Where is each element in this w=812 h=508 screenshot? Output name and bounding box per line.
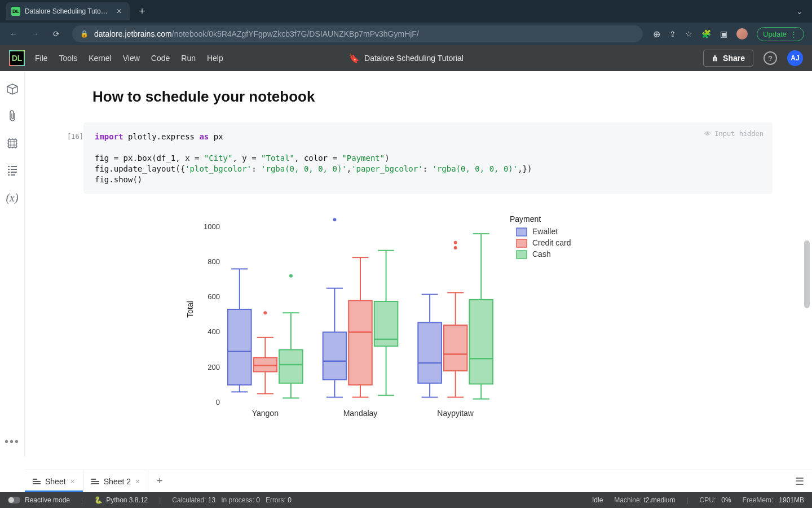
svg-text:0: 0: [216, 398, 220, 406]
sidepanel-icon[interactable]: ▣: [720, 29, 727, 38]
sheet-tab[interactable]: Sheet 2 ×: [83, 470, 148, 492]
menu-run[interactable]: Run: [181, 54, 196, 63]
forward-button[interactable]: →: [29, 28, 41, 40]
svg-text:Naypyitaw: Naypyitaw: [437, 409, 474, 418]
variables-icon[interactable]: (x): [6, 191, 19, 204]
datalore-logo[interactable]: DL: [9, 50, 25, 66]
menu-code[interactable]: Code: [151, 54, 170, 63]
scrollbar-thumb[interactable]: [804, 240, 810, 308]
sheet-tab[interactable]: Sheet ×: [25, 470, 83, 492]
menu-help[interactable]: Help: [207, 54, 223, 63]
lock-icon: 🔒: [80, 30, 89, 38]
svg-point-21: [263, 312, 267, 315]
attachments-icon[interactable]: [6, 110, 19, 123]
menu-tools[interactable]: Tools: [59, 54, 78, 63]
browser-tabstrip: DL Datalore Scheduling Tutorial (D ✕ + ⌄: [0, 0, 812, 23]
svg-rect-41: [348, 301, 372, 385]
status-machine[interactable]: Machine: t2.medium: [614, 496, 675, 504]
python-icon: 🐍: [94, 496, 103, 504]
notebook-title-area[interactable]: 🔖 Datalore Scheduling Tutorial: [348, 53, 464, 64]
svg-rect-68: [469, 300, 493, 384]
svg-text:Credit card: Credit card: [532, 238, 571, 247]
package-icon[interactable]: [6, 82, 19, 96]
scrollbar-track[interactable]: [804, 71, 810, 470]
address-bar[interactable]: 🔒 datalore.jetbrains.com/notebook/0k5R4A…: [72, 25, 643, 42]
cell-execution-count: [16]: [61, 122, 83, 194]
tabs-overflow-icon[interactable]: ⌄: [796, 7, 803, 16]
new-tab-button[interactable]: +: [135, 5, 149, 18]
share-button[interactable]: ⋔ Share: [703, 50, 753, 67]
status-cpu[interactable]: CPU: 0%: [700, 496, 731, 504]
tab-title: Datalore Scheduling Tutorial (D: [25, 7, 109, 15]
chrome-menu-icon[interactable]: ⋮: [790, 30, 798, 38]
svg-text:Mandalay: Mandalay: [343, 409, 378, 418]
svg-text:Cash: Cash: [532, 249, 551, 259]
rail-more-icon[interactable]: •••: [5, 435, 20, 448]
svg-rect-26: [279, 350, 303, 383]
notebook-title: Datalore Scheduling Tutorial: [364, 54, 464, 63]
sheet-tab-bar: Sheet × Sheet 2 × + ☰: [25, 470, 812, 492]
outline-icon[interactable]: [6, 164, 19, 177]
datalore-favicon: DL: [11, 7, 20, 16]
update-label: Update: [763, 30, 787, 38]
sheet-close-icon[interactable]: ×: [135, 477, 140, 486]
code-line: import plotly.express as px: [95, 132, 761, 142]
svg-text:1000: 1000: [204, 222, 220, 231]
code-line: fig.update_layout({'plot_bgcolor': 'rgba…: [95, 164, 761, 174]
sheet-label: Sheet: [45, 477, 66, 486]
bookmark-star-icon[interactable]: ☆: [685, 29, 692, 38]
svg-text:600: 600: [208, 293, 220, 301]
svg-text:400: 400: [208, 328, 220, 336]
kernel-info[interactable]: 🐍 Python 3.8.12: [94, 496, 148, 504]
svg-point-36: [333, 218, 336, 222]
share-label: Share: [723, 54, 745, 63]
svg-rect-60: [444, 325, 467, 371]
sheet-icon: [33, 479, 41, 484]
browser-tab[interactable]: DL Datalore Scheduling Tutorial (D ✕: [6, 2, 130, 20]
svg-rect-54: [418, 323, 442, 383]
left-tool-rail: (x) •••: [0, 71, 25, 457]
reactive-mode-toggle[interactable]: Reactive mode: [8, 496, 70, 504]
back-button[interactable]: ←: [8, 28, 19, 40]
menu-kernel[interactable]: Kernel: [89, 54, 111, 63]
add-sheet-button[interactable]: +: [148, 470, 171, 492]
sheet-icon: [91, 479, 99, 484]
page-heading: How to schedule your notebook: [92, 88, 773, 106]
svg-rect-75: [517, 251, 527, 259]
environment-icon[interactable]: [6, 137, 19, 150]
user-avatar[interactable]: AJ: [787, 50, 803, 66]
eye-icon: 👁: [704, 129, 711, 138]
zoom-icon[interactable]: ⊕: [653, 29, 660, 40]
share-icon: ⋔: [712, 54, 718, 63]
share-page-icon[interactable]: ⇪: [669, 29, 676, 38]
status-idle: Idle: [592, 496, 603, 504]
code-cell[interactable]: 👁 Input hidden import plotly.express as …: [83, 122, 773, 194]
status-bar: Reactive mode | 🐍 Python 3.8.12 | Calcul…: [0, 492, 812, 508]
sheet-close-icon[interactable]: ×: [70, 477, 75, 486]
app-menubar: DL FileToolsKernelViewCodeRunHelp 🔖 Data…: [0, 45, 812, 71]
bookmark-icon: 🔖: [348, 53, 360, 64]
menu-file[interactable]: File: [35, 54, 48, 63]
tab-close-icon[interactable]: ✕: [114, 7, 124, 15]
reload-button[interactable]: ⟳: [51, 28, 62, 40]
profile-avatar-icon[interactable]: [736, 28, 748, 40]
menu-view[interactable]: View: [123, 54, 140, 63]
plotly-boxplot-output[interactable]: 02004006008001000TotalYangonMandalayNayp…: [171, 205, 773, 425]
svg-rect-0: [8, 139, 16, 147]
input-hidden-toggle[interactable]: 👁 Input hidden: [704, 129, 764, 138]
toggle-switch-icon[interactable]: [8, 497, 20, 503]
extensions-icon[interactable]: 🧩: [701, 29, 711, 38]
chrome-update-button[interactable]: Update ⋮: [757, 27, 804, 41]
browser-toolbar: ← → ⟳ 🔒 datalore.jetbrains.com/notebook/…: [0, 23, 812, 45]
status-freemem[interactable]: FreeMem: 1901MB: [743, 496, 804, 504]
sheet-label: Sheet 2: [104, 477, 131, 486]
code-line: fig = px.box(df_1, x = "City", y = "Tota…: [95, 153, 761, 164]
svg-text:Ewallet: Ewallet: [532, 227, 558, 236]
svg-rect-71: [517, 228, 527, 236]
svg-point-28: [289, 274, 293, 278]
status-calculated: Calculated: 13 In process: 0 Errors: 0: [172, 496, 292, 504]
sheet-menu-icon[interactable]: ☰: [787, 470, 812, 492]
svg-text:800: 800: [208, 257, 220, 266]
svg-point-63: [454, 241, 457, 244]
help-button[interactable]: ?: [764, 51, 777, 65]
